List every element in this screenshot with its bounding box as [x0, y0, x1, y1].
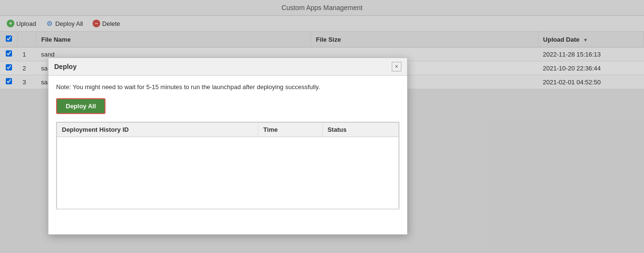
modal-deploy-all-button[interactable]: Deploy All — [56, 98, 105, 114]
history-empty-row — [57, 137, 399, 209]
modal-body: Note: You might need to wait for 5-15 mi… — [48, 76, 407, 215]
deploy-modal: Deploy × Note: You might need to wait fo… — [48, 58, 408, 235]
history-empty-cell — [57, 137, 399, 209]
modal-close-button[interactable]: × — [392, 62, 401, 71]
modal-overlay: Deploy × Note: You might need to wait fo… — [0, 0, 644, 253]
modal-note: Note: You might need to wait for 5-15 mi… — [56, 83, 399, 91]
history-header-time: Time — [258, 123, 323, 137]
history-table: Deployment History ID Time Status — [57, 122, 399, 209]
modal-title: Deploy — [54, 63, 77, 70]
modal-header: Deploy × — [48, 58, 407, 76]
close-icon: × — [395, 64, 398, 69]
history-table-wrapper: Deployment History ID Time Status — [56, 122, 399, 209]
history-header-status: Status — [322, 123, 398, 137]
history-header-id: Deployment History ID — [57, 123, 258, 137]
